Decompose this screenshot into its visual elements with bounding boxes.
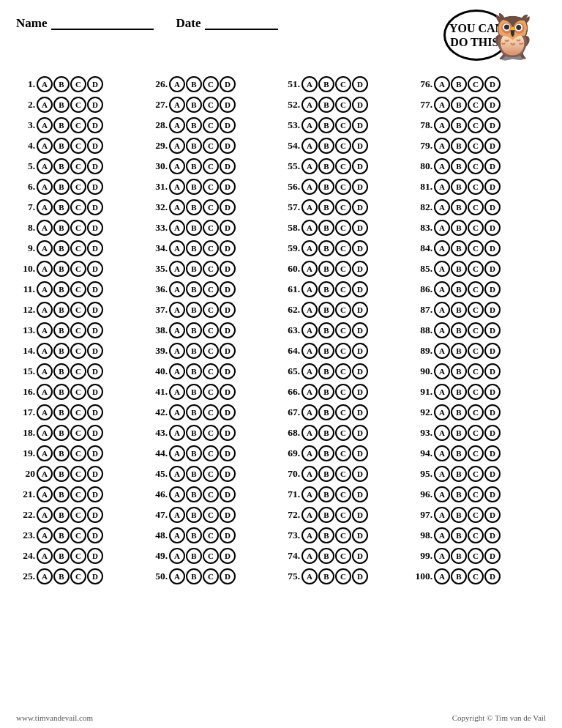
bubble-B[interactable]: B <box>53 384 70 400</box>
bubble-D[interactable]: D <box>484 527 501 543</box>
bubble-B[interactable]: B <box>186 138 202 154</box>
bubble-D[interactable]: D <box>220 527 236 543</box>
bubble-C[interactable]: C <box>203 76 219 92</box>
bubble-D[interactable]: D <box>87 199 103 215</box>
bubble-B[interactable]: B <box>186 486 202 502</box>
bubble-B[interactable]: B <box>318 158 334 174</box>
bubble-C[interactable]: C <box>468 404 484 420</box>
bubble-D[interactable]: D <box>87 507 103 523</box>
bubble-D[interactable]: D <box>87 322 103 338</box>
bubble-C[interactable]: C <box>70 548 86 564</box>
bubble-A[interactable]: A <box>434 445 450 461</box>
bubble-B[interactable]: B <box>186 240 202 256</box>
bubble-B[interactable]: B <box>451 445 467 461</box>
bubble-A[interactable]: A <box>169 445 185 461</box>
bubble-D[interactable]: D <box>352 507 368 523</box>
bubble-A[interactable]: A <box>37 343 53 359</box>
bubble-D[interactable]: D <box>352 97 368 113</box>
bubble-C[interactable]: C <box>203 302 219 318</box>
bubble-B[interactable]: B <box>318 199 334 215</box>
bubble-D[interactable]: D <box>87 97 103 113</box>
bubble-D[interactable]: D <box>352 138 368 154</box>
bubble-D[interactable]: D <box>220 343 236 359</box>
bubble-A[interactable]: A <box>37 261 53 277</box>
bubble-A[interactable]: A <box>169 322 185 338</box>
bubble-C[interactable]: C <box>468 425 484 441</box>
bubble-C[interactable]: C <box>335 76 351 92</box>
bubble-C[interactable]: C <box>335 466 351 482</box>
bubble-D[interactable]: D <box>352 240 368 256</box>
bubble-C[interactable]: C <box>335 507 351 523</box>
bubble-D[interactable]: D <box>484 138 501 154</box>
bubble-C[interactable]: C <box>70 486 86 502</box>
bubble-B[interactable]: B <box>318 343 334 359</box>
bubble-C[interactable]: C <box>468 527 484 543</box>
bubble-A[interactable]: A <box>37 404 53 420</box>
bubble-C[interactable]: C <box>203 97 219 113</box>
bubble-C[interactable]: C <box>70 568 86 584</box>
bubble-B[interactable]: B <box>318 240 334 256</box>
bubble-A[interactable]: A <box>37 138 53 154</box>
bubble-D[interactable]: D <box>352 384 368 400</box>
bubble-B[interactable]: B <box>53 322 70 338</box>
bubble-D[interactable]: D <box>484 302 501 318</box>
bubble-A[interactable]: A <box>301 445 318 461</box>
bubble-B[interactable]: B <box>318 261 334 277</box>
bubble-B[interactable]: B <box>451 384 467 400</box>
bubble-A[interactable]: A <box>37 322 53 338</box>
bubble-C[interactable]: C <box>468 179 484 195</box>
bubble-D[interactable]: D <box>352 158 368 174</box>
bubble-A[interactable]: A <box>169 158 185 174</box>
bubble-A[interactable]: A <box>37 568 53 584</box>
bubble-D[interactable]: D <box>484 404 501 420</box>
bubble-B[interactable]: B <box>53 302 70 318</box>
bubble-A[interactable]: A <box>434 179 450 195</box>
bubble-D[interactable]: D <box>352 302 368 318</box>
bubble-B[interactable]: B <box>318 425 334 441</box>
bubble-C[interactable]: C <box>70 466 86 482</box>
bubble-A[interactable]: A <box>169 568 185 584</box>
bubble-B[interactable]: B <box>318 486 334 502</box>
bubble-B[interactable]: B <box>318 527 334 543</box>
bubble-A[interactable]: A <box>434 220 450 236</box>
bubble-B[interactable]: B <box>53 261 70 277</box>
bubble-A[interactable]: A <box>301 179 318 195</box>
bubble-D[interactable]: D <box>87 486 103 502</box>
bubble-D[interactable]: D <box>484 117 501 133</box>
bubble-B[interactable]: B <box>53 527 70 543</box>
bubble-C[interactable]: C <box>468 97 484 113</box>
bubble-D[interactable]: D <box>87 158 103 174</box>
bubble-A[interactable]: A <box>301 281 318 297</box>
bubble-B[interactable]: B <box>451 199 467 215</box>
bubble-C[interactable]: C <box>70 404 86 420</box>
bubble-A[interactable]: A <box>434 384 450 400</box>
bubble-D[interactable]: D <box>484 445 501 461</box>
bubble-D[interactable]: D <box>220 445 236 461</box>
bubble-D[interactable]: D <box>352 445 368 461</box>
bubble-D[interactable]: D <box>87 384 103 400</box>
bubble-C[interactable]: C <box>335 117 351 133</box>
bubble-D[interactable]: D <box>87 445 103 461</box>
bubble-D[interactable]: D <box>220 466 236 482</box>
bubble-C[interactable]: C <box>335 425 351 441</box>
bubble-D[interactable]: D <box>87 261 103 277</box>
bubble-C[interactable]: C <box>468 466 484 482</box>
bubble-D[interactable]: D <box>352 261 368 277</box>
bubble-C[interactable]: C <box>335 343 351 359</box>
bubble-A[interactable]: A <box>434 404 450 420</box>
bubble-B[interactable]: B <box>186 527 202 543</box>
bubble-C[interactable]: C <box>335 568 351 584</box>
bubble-C[interactable]: C <box>468 199 484 215</box>
bubble-D[interactable]: D <box>484 261 501 277</box>
bubble-A[interactable]: A <box>434 117 450 133</box>
bubble-D[interactable]: D <box>220 117 236 133</box>
bubble-C[interactable]: C <box>468 486 484 502</box>
bubble-A[interactable]: A <box>301 302 318 318</box>
bubble-A[interactable]: A <box>37 302 53 318</box>
bubble-D[interactable]: D <box>220 507 236 523</box>
bubble-D[interactable]: D <box>352 199 368 215</box>
bubble-C[interactable]: C <box>70 363 86 379</box>
bubble-C[interactable]: C <box>335 302 351 318</box>
bubble-C[interactable]: C <box>203 220 219 236</box>
bubble-B[interactable]: B <box>318 507 334 523</box>
